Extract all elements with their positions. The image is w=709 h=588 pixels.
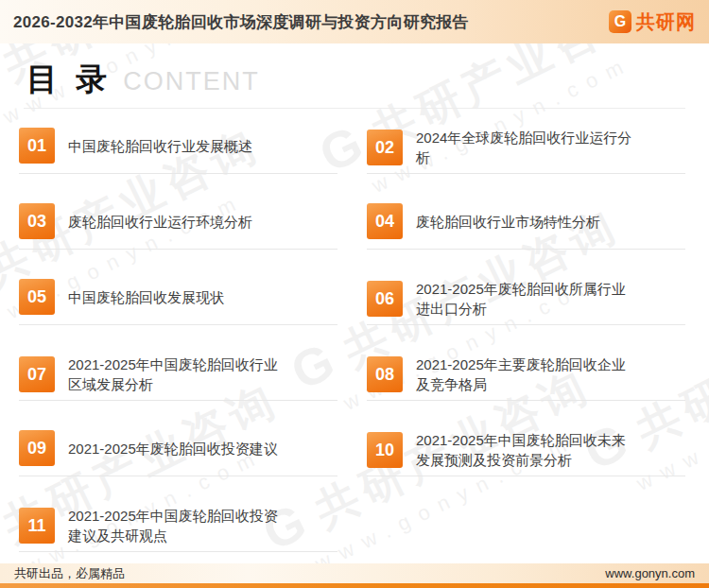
toc-item-number-badge: 11: [19, 508, 55, 544]
toc-item-title: 2021-2025年中国废轮胎回收投资 建议及共研观点: [68, 506, 278, 545]
toc-item-number-badge: 08: [367, 356, 403, 392]
report-toc-page: 2026-2032年中国废轮胎回收市场深度调研与投资方向研究报告 G 共研网 G…: [0, 0, 709, 588]
toc-heading: 目 录 CONTENT: [0, 43, 709, 100]
toc-item-number-badge: 05: [19, 279, 55, 315]
toc-item-title: 中国废轮胎回收行业发展概述: [68, 136, 252, 156]
toc-item-divider: [19, 476, 337, 476]
toc-title: 目 录: [26, 61, 112, 98]
toc-item-divider: [367, 249, 685, 250]
toc-item-number-badge: 01: [19, 128, 55, 164]
toc-item-number-badge: 04: [367, 203, 403, 239]
toc-item-row: 03 废轮胎回收行业运行环境分析: [19, 203, 337, 279]
toc-grid: 01 中国废轮胎回收行业发展概述 03 废轮胎回收行业运行环境分析 05 中国废…: [0, 109, 709, 581]
toc-subtitle-en: CONTENT: [123, 62, 260, 100]
toc-item-divider: [19, 400, 337, 401]
toc-item-divider: [19, 324, 337, 325]
toc-item-row: 09 2021-2025年废轮胎回收投资建议: [19, 430, 337, 506]
page-body: G共研产业咨询www.gonyn.comG共研产业咨询www.gonyn.com…: [0, 43, 709, 563]
toc-item-number-badge: 10: [367, 432, 403, 468]
footer-slogan: 共研出品，必属精品: [14, 565, 125, 582]
toc-item-number-badge: 07: [19, 356, 55, 392]
toc-item-row: 01 中国废轮胎回收行业发展概述: [19, 128, 337, 203]
toc-column-left: 01 中国废轮胎回收行业发展概述 03 废轮胎回收行业运行环境分析 05 中国废…: [19, 128, 337, 581]
toc-item-row: 10 2021-2025年中国废轮胎回收未来 发展预测及投资前景分析: [367, 430, 685, 506]
toc-item-divider: [19, 249, 337, 250]
toc-item-title: 2021-2025年废轮胎回收所属行业 进出口分析: [416, 279, 626, 319]
toc-item-title: 2021-2025年废轮胎回收投资建议: [68, 439, 278, 458]
toc-item-divider: [367, 173, 685, 174]
report-title: 2026-2032年中国废轮胎回收市场深度调研与投资方向研究报告: [13, 11, 469, 33]
brand-logo: G 共研网: [609, 9, 696, 35]
toc-item-title: 废轮胎回收行业市场特性分析: [416, 212, 600, 232]
brand-logo-text: 共研网: [636, 9, 696, 35]
footer-band: 共研出品，必属精品 www.gonyn.com: [0, 563, 709, 583]
footer-accent-strip: [0, 583, 709, 588]
toc-item-title: 中国废轮胎回收发展现状: [68, 287, 224, 307]
toc-item-row: 07 2021-2025年中国废轮胎回收行业 区域发展分析: [19, 355, 337, 430]
footer-bar: 共研出品，必属精品 www.gonyn.com: [0, 563, 709, 588]
toc-item-title: 2021-2025年主要废轮胎回收企业 及竞争格局: [416, 355, 626, 394]
toc-item-number-badge: 09: [19, 430, 55, 466]
toc-item-number-badge: 03: [19, 203, 55, 239]
header-bar: 2026-2032年中国废轮胎回收市场深度调研与投资方向研究报告 G 共研网: [0, 0, 709, 43]
toc-item-title: 2024年全球废轮胎回收行业运行分 析: [416, 128, 631, 167]
toc-item-title: 废轮胎回收行业运行环境分析: [68, 212, 252, 232]
toc-item-row: 04 废轮胎回收行业市场特性分析: [367, 203, 685, 279]
toc-item-divider: [19, 173, 337, 174]
toc-item-divider: [367, 400, 685, 401]
toc-item-divider: [19, 551, 337, 552]
toc-item-number-badge: 02: [367, 130, 403, 165]
toc-item-divider: [367, 476, 685, 476]
toc-item-number-badge: 06: [367, 281, 403, 317]
toc-item-row: 08 2021-2025年主要废轮胎回收企业 及竞争格局: [367, 355, 685, 430]
toc-column-right: 02 2024年全球废轮胎回收行业运行分 析 04 废轮胎回收行业市场特性分析 …: [367, 128, 685, 581]
toc-item-title: 2021-2025年中国废轮胎回收未来 发展预测及投资前景分析: [416, 430, 626, 470]
footer-url: www.gonyn.com: [605, 566, 695, 580]
toc-item-row: 06 2021-2025年废轮胎回收所属行业 进出口分析: [367, 279, 685, 355]
brand-g-icon: G: [609, 10, 631, 33]
toc-item-row: 05 中国废轮胎回收发展现状: [19, 279, 337, 355]
toc-item-divider: [367, 324, 685, 325]
toc-item-row: 02 2024年全球废轮胎回收行业运行分 析: [367, 128, 685, 203]
toc-item-title: 2021-2025年中国废轮胎回收行业 区域发展分析: [68, 355, 278, 394]
